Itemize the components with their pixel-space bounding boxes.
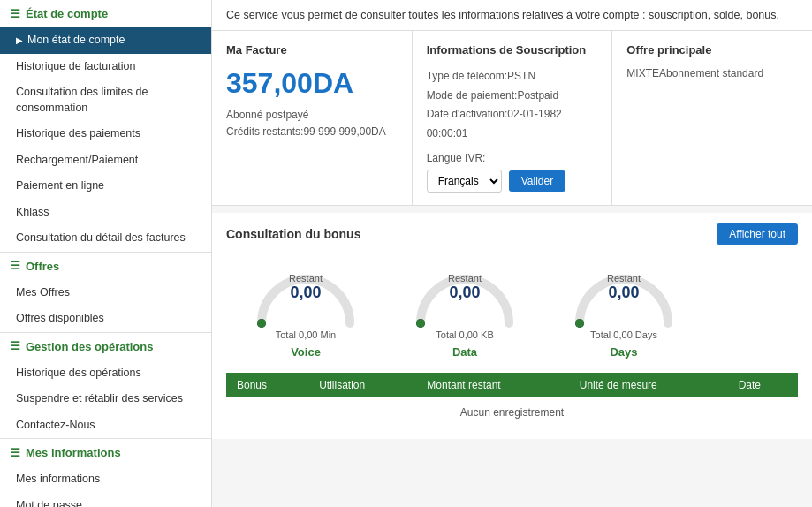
bonus-title: Consultation du bonus bbox=[226, 227, 360, 241]
offre-value: MIXTEAbonnement standard bbox=[626, 67, 798, 79]
sidebar-item-historique-facturation[interactable]: Historique de facturation bbox=[0, 54, 211, 80]
offre-title: Offre principale bbox=[626, 43, 798, 57]
sidebar-item-consultation-detail[interactable]: Consultation du détail des factures bbox=[0, 225, 211, 252]
invoice-amount: 357,00DA bbox=[226, 67, 398, 100]
sidebar-item-contactez-nous[interactable]: Contactez-Nous bbox=[0, 412, 211, 439]
credits-label: Crédits restants: bbox=[226, 125, 303, 138]
top-description: Ce service vous permet de consulter tout… bbox=[212, 0, 812, 31]
section-icon: ☰ bbox=[11, 8, 20, 20]
sidebar-item-rechargement[interactable]: Rechargement/Paiement bbox=[0, 148, 211, 174]
invoice-card: Ma Facture 357,00DA Abonné postpayé Créd… bbox=[212, 31, 413, 205]
subscriber-type: Abonné postpayé bbox=[226, 109, 308, 121]
sidebar-item-khlass[interactable]: Khlass bbox=[0, 200, 211, 226]
bonus-section: Consultation du bonus Afficher tout R bbox=[212, 213, 812, 439]
souscription-info: Type de télécom:PSTN Mode de paiement:Po… bbox=[427, 67, 598, 143]
gauges-row: Restant 0,00 Total 0,00 Min Voice Res bbox=[226, 257, 798, 359]
svg-point-0 bbox=[257, 319, 266, 328]
section-icon: ☰ bbox=[11, 340, 20, 352]
credits-value: 99 999 999,00DA bbox=[303, 125, 385, 138]
col-date: Date bbox=[728, 373, 798, 397]
souscription-title: Informations de Souscription bbox=[427, 43, 598, 57]
col-montant-restant: Montant restant bbox=[416, 373, 568, 397]
langue-label: Langue IVR: bbox=[427, 152, 598, 164]
gauge-data-label: Restant 0,00 bbox=[448, 273, 482, 302]
invoice-title: Ma Facture bbox=[226, 43, 398, 57]
gauge-voice: Restant 0,00 Total 0,00 Min Voice bbox=[235, 257, 376, 359]
sidebar-section-mes-informations: ☰ Mes informations bbox=[0, 438, 211, 466]
afficher-tout-button[interactable]: Afficher tout bbox=[717, 223, 798, 245]
gauge-voice-total: Total 0,00 Min bbox=[276, 329, 336, 340]
sidebar-section-etat-de-compte: ☰ État de compte bbox=[0, 0, 211, 27]
empty-message: Aucun enregistrement bbox=[226, 397, 798, 428]
sidebar: ☰ État de compteMon état de compteHistor… bbox=[0, 0, 212, 507]
col-unite-mesure: Unité de mesure bbox=[569, 373, 728, 397]
offre-card: Offre principale MIXTEAbonnement standar… bbox=[612, 31, 812, 205]
souscription-card: Informations de Souscription Type de tél… bbox=[413, 31, 613, 205]
table-header-row: Bonus Utilisation Montant restant Unité … bbox=[226, 373, 798, 397]
section-label: Gestion des opérations bbox=[26, 340, 153, 353]
gauge-data-total: Total 0,00 KB bbox=[436, 329, 493, 340]
cards-row: Ma Facture 357,00DA Abonné postpayé Créd… bbox=[212, 31, 812, 206]
sidebar-item-paiement-en-ligne[interactable]: Paiement en ligne bbox=[0, 173, 211, 200]
svg-point-1 bbox=[416, 319, 425, 328]
sidebar-item-mot-de-passe[interactable]: Mot de passe bbox=[0, 493, 211, 508]
sidebar-item-historique-paiements[interactable]: Historique des paiements bbox=[0, 121, 211, 148]
gauge-data-type: Data bbox=[452, 345, 477, 359]
langue-row: Français Arabe Anglais Valider bbox=[427, 170, 598, 193]
svg-point-2 bbox=[575, 319, 584, 328]
bonus-header: Consultation du bonus Afficher tout bbox=[226, 223, 798, 245]
gauge-voice-label: Restant 0,00 bbox=[289, 273, 323, 302]
sidebar-item-suspendre-retablir[interactable]: Suspendre et rétablir des services bbox=[0, 386, 211, 412]
section-icon: ☰ bbox=[11, 260, 20, 272]
sidebar-item-offres-disponibles[interactable]: Offres disponibles bbox=[0, 306, 211, 332]
sidebar-item-mon-etat[interactable]: Mon état de compte bbox=[0, 27, 211, 54]
sidebar-item-historique-operations[interactable]: Historique des opérations bbox=[0, 360, 211, 387]
invoice-subscriber: Abonné postpayé Crédits restants:99 999 … bbox=[226, 107, 398, 140]
sidebar-item-mes-infos[interactable]: Mes informations bbox=[0, 466, 211, 493]
gauge-days-type: Days bbox=[610, 345, 637, 359]
col-bonus: Bonus bbox=[226, 373, 308, 397]
gauge-data: Restant 0,00 Total 0,00 KB Data bbox=[394, 257, 535, 359]
valider-button[interactable]: Valider bbox=[509, 170, 565, 192]
gauge-days: Restant 0,00 Total 0,00 Days Days bbox=[553, 257, 694, 359]
sidebar-section-offres: ☰ Offres bbox=[0, 252, 211, 280]
sidebar-item-mes-offres[interactable]: Mes Offres bbox=[0, 280, 211, 306]
telecom-type: Type de télécom:PSTN bbox=[427, 67, 598, 87]
section-icon: ☰ bbox=[11, 447, 20, 459]
section-label: État de compte bbox=[26, 7, 108, 20]
gauge-days-total: Total 0,00 Days bbox=[590, 329, 657, 340]
table-empty-row: Aucun enregistrement bbox=[226, 397, 798, 428]
sidebar-item-consultation-limites[interactable]: Consultation des limites de consommation bbox=[0, 79, 211, 121]
activation-date: Date d'activation:02-01-1982 00:00:01 bbox=[427, 105, 598, 143]
section-label: Mes informations bbox=[26, 446, 121, 459]
col-utilisation: Utilisation bbox=[308, 373, 416, 397]
gauge-voice-type: Voice bbox=[291, 345, 321, 359]
gauge-days-label: Restant 0,00 bbox=[607, 273, 641, 302]
sidebar-section-gestion-operations: ☰ Gestion des opérations bbox=[0, 332, 211, 360]
langue-select[interactable]: Français Arabe Anglais bbox=[427, 170, 502, 193]
payment-mode: Mode de paiement:Postpaid bbox=[427, 87, 598, 106]
main-content: Ce service vous permet de consulter tout… bbox=[212, 0, 812, 507]
bonus-table: Bonus Utilisation Montant restant Unité … bbox=[226, 373, 798, 428]
section-label: Offres bbox=[26, 260, 59, 273]
